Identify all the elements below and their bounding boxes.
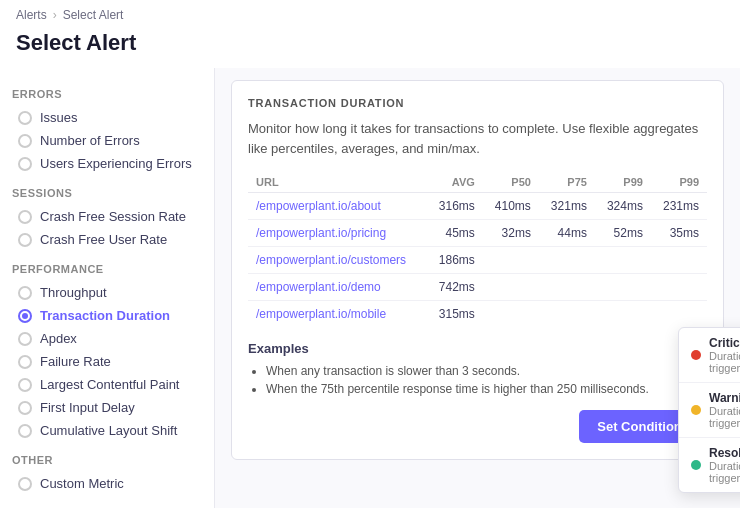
sidebar-label-transaction-duration: Transaction Duration: [40, 308, 170, 323]
example-item-0: When any transaction is slower than 3 se…: [266, 364, 707, 378]
table-cell-value: 231ms: [651, 193, 707, 220]
radio-number-of-errors: [18, 134, 32, 148]
sidebar-item-cumulative-layout-shift[interactable]: Cumulative Layout Shift: [12, 419, 202, 442]
card-footer: Set Conditions: [248, 410, 707, 443]
radio-crash-free-session-rate: [18, 210, 32, 224]
table-header-1: AVG: [427, 172, 483, 193]
sidebar-label-crash-free-session-rate: Crash Free Session Rate: [40, 209, 186, 224]
table-cell-url[interactable]: /empowerplant.io/demo: [248, 274, 427, 301]
sidebar-label-largest-contentful-paint: Largest Contentful Paint: [40, 377, 179, 392]
table-cell-value: [539, 301, 595, 328]
radio-apdex: [18, 332, 32, 346]
radio-largest-contentful-paint: [18, 378, 32, 392]
table-row: /empowerplant.io/about316ms410ms321ms324…: [248, 193, 707, 220]
table-header-0: URL: [248, 172, 427, 193]
table-cell-value: [483, 274, 539, 301]
radio-cumulative-layout-shift: [18, 424, 32, 438]
table-cell-value: 32ms: [483, 220, 539, 247]
table-cell-value: [595, 274, 651, 301]
table-row: /empowerplant.io/pricing45ms32ms44ms52ms…: [248, 220, 707, 247]
sidebar: ErrorsIssuesNumber of ErrorsUsers Experi…: [0, 68, 215, 508]
card-title: TRANSACTION DURATION: [248, 97, 707, 109]
table-header-2: P50: [483, 172, 539, 193]
sidebar-item-number-of-errors[interactable]: Number of Errors: [12, 129, 202, 152]
table-header-5: P99: [651, 172, 707, 193]
sidebar-item-issues[interactable]: Issues: [12, 106, 202, 129]
sidebar-item-crash-free-user-rate[interactable]: Crash Free User Rate: [12, 228, 202, 251]
breadcrumb-current: Select Alert: [63, 8, 124, 22]
sidebar-label-cumulative-layout-shift: Cumulative Layout Shift: [40, 423, 177, 438]
sidebar-label-throughput: Throughput: [40, 285, 107, 300]
sidebar-item-users-experiencing-errors[interactable]: Users Experiencing Errors: [12, 152, 202, 175]
status-dot-critical: [691, 350, 701, 360]
radio-crash-free-user-rate: [18, 233, 32, 247]
table-cell-value: 45ms: [427, 220, 483, 247]
sidebar-item-apdex[interactable]: Apdex: [12, 327, 202, 350]
table-row: /empowerplant.io/customers186ms: [248, 247, 707, 274]
table-cell-value: 52ms: [595, 220, 651, 247]
table-cell-value: 324ms: [595, 193, 651, 220]
table-cell-value: 410ms: [483, 193, 539, 220]
examples-section: Examples When any transaction is slower …: [248, 341, 707, 396]
table-cell-value: 321ms: [539, 193, 595, 220]
radio-users-experiencing-errors: [18, 157, 32, 171]
breadcrumb-parent[interactable]: Alerts: [16, 8, 47, 22]
table-header-4: P99: [595, 172, 651, 193]
table-cell-value: 315ms: [427, 301, 483, 328]
sidebar-label-number-of-errors: Number of Errors: [40, 133, 140, 148]
table-cell-value: [483, 301, 539, 328]
card-description: Monitor how long it takes for transactio…: [248, 119, 707, 158]
sidebar-item-failure-rate[interactable]: Failure Rate: [12, 350, 202, 373]
table-cell-value: [595, 247, 651, 274]
sidebar-label-failure-rate: Failure Rate: [40, 354, 111, 369]
tooltip-sub-resolved: Duration (ms) that triggers resolved: [709, 460, 740, 484]
tooltip-row-critical: Critical StatusDuration (ms) that trigge…: [679, 328, 740, 383]
sidebar-item-largest-contentful-paint[interactable]: Largest Contentful Paint: [12, 373, 202, 396]
alert-detail-card: TRANSACTION DURATION Monitor how long it…: [231, 80, 724, 460]
breadcrumb: Alerts › Select Alert: [0, 0, 740, 30]
sidebar-item-custom-metric[interactable]: Custom Metric: [12, 472, 202, 495]
table-cell-url[interactable]: /empowerplant.io/mobile: [248, 301, 427, 328]
table-cell-url[interactable]: /empowerplant.io/customers: [248, 247, 427, 274]
tooltip-label-resolved: Resolved Status: [709, 446, 740, 460]
sidebar-section-sessions: Sessions: [12, 187, 202, 199]
radio-first-input-delay: [18, 401, 32, 415]
tooltip-sub-warning: Duration (ms) that triggers warning: [709, 405, 740, 429]
radio-throughput: [18, 286, 32, 300]
tooltip-text-resolved: Resolved StatusDuration (ms) that trigge…: [709, 446, 740, 484]
sidebar-label-first-input-delay: First Input Delay: [40, 400, 135, 415]
sidebar-section-other: Other: [12, 454, 202, 466]
tooltip-sub-critical: Duration (ms) that triggers critical: [709, 350, 740, 374]
tooltip-text-critical: Critical StatusDuration (ms) that trigge…: [709, 336, 740, 374]
main-content: TRANSACTION DURATION Monitor how long it…: [215, 68, 740, 508]
status-tooltip: Critical StatusDuration (ms) that trigge…: [678, 327, 740, 493]
radio-issues: [18, 111, 32, 125]
table-cell-value: [483, 247, 539, 274]
radio-failure-rate: [18, 355, 32, 369]
tooltip-text-warning: Warning StatusDuration (ms) that trigger…: [709, 391, 740, 429]
status-dot-warning: [691, 405, 701, 415]
table-cell-url[interactable]: /empowerplant.io/about: [248, 193, 427, 220]
table-cell-value: 186ms: [427, 247, 483, 274]
sidebar-section-performance: Performance: [12, 263, 202, 275]
sidebar-item-transaction-duration[interactable]: Transaction Duration: [12, 304, 202, 327]
sidebar-item-throughput[interactable]: Throughput: [12, 281, 202, 304]
sidebar-section-errors: Errors: [12, 88, 202, 100]
tooltip-label-critical: Critical Status: [709, 336, 740, 350]
radio-transaction-duration: [18, 309, 32, 323]
table-cell-value: [651, 247, 707, 274]
tooltip-label-warning: Warning Status: [709, 391, 740, 405]
examples-title: Examples: [248, 341, 707, 356]
sidebar-item-first-input-delay[interactable]: First Input Delay: [12, 396, 202, 419]
sidebar-label-users-experiencing-errors: Users Experiencing Errors: [40, 156, 192, 171]
table-row: /empowerplant.io/mobile315ms: [248, 301, 707, 328]
table-header-3: P75: [539, 172, 595, 193]
radio-custom-metric: [18, 477, 32, 491]
sidebar-item-crash-free-session-rate[interactable]: Crash Free Session Rate: [12, 205, 202, 228]
sidebar-label-crash-free-user-rate: Crash Free User Rate: [40, 232, 167, 247]
table-row: /empowerplant.io/demo742ms: [248, 274, 707, 301]
table-cell-value: 44ms: [539, 220, 595, 247]
examples-list: When any transaction is slower than 3 se…: [248, 364, 707, 396]
performance-table: URLAVGP50P75P99P99/empowerplant.io/about…: [248, 172, 707, 327]
table-cell-url[interactable]: /empowerplant.io/pricing: [248, 220, 427, 247]
